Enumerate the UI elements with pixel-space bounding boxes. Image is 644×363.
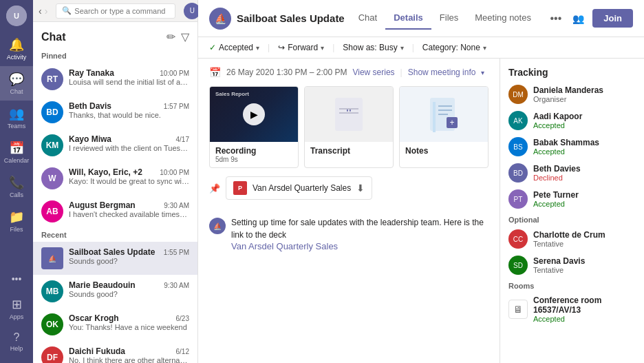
chat-item-sailboat-preview: Sounds good? — [69, 257, 189, 265]
accepted-chevron: ▾ — [256, 44, 259, 52]
chat-item-kayo-name: Kayo Miwa — [69, 134, 111, 144]
person-name-aadi: Aadi Kapoor — [533, 112, 636, 121]
avatar-oscar: OK — [41, 313, 63, 335]
sidebar-label-activity: Activity — [7, 54, 27, 61]
person-info-charlotte: Charlotte de Crum Tentative — [533, 230, 636, 248]
people-icon[interactable]: 👥 — [570, 10, 587, 27]
sidebar-item-more[interactable]: ••• — [0, 268, 33, 291]
more-options-button[interactable]: ••• — [547, 10, 564, 28]
tab-meeting-notes[interactable]: Meeting notes — [466, 7, 539, 30]
svg-text:+: + — [449, 118, 454, 127]
avatar-marie: MB — [41, 280, 63, 302]
show-as-item[interactable]: Show as: Busy ▾ — [343, 43, 403, 52]
person-status-serena: Tentative — [533, 266, 636, 274]
chat-item-marie-content: Marie Beaudouin 9:30 AM Sounds good? — [69, 280, 189, 298]
chat-item-oscar[interactable]: OK Oscar Krogh 6/23 You: Thanks! Have a … — [33, 308, 197, 341]
forward-item[interactable]: ↪ Forward ▾ — [278, 43, 324, 52]
sidebar-item-calls[interactable]: 📞 Calls — [0, 169, 33, 204]
sidebar-item-chat[interactable]: 💬 Chat — [0, 66, 33, 101]
user-avatar-sidebar[interactable]: U — [6, 6, 27, 26]
meeting-date-row: 📅 26 May 2020 1:30 PM – 2:00 PM View ser… — [209, 67, 489, 78]
download-icon[interactable]: ⬇ — [356, 183, 365, 194]
person-status-daniela: Organiser — [533, 95, 636, 103]
category-item[interactable]: Category: None ▾ — [422, 43, 486, 52]
activity-icon: 🔔 — [9, 37, 24, 52]
view-series-link[interactable]: View series — [352, 68, 394, 77]
chat-item-sailboat[interactable]: ⛵ Sailboat Sales Update 1:55 PM Sounds g… — [33, 242, 197, 275]
compose-icon[interactable]: ✏ — [167, 30, 175, 43]
sidebar-item-help[interactable]: ? Help — [0, 326, 33, 357]
chat-item-marie[interactable]: MB Marie Beaudouin 9:30 AM Sounds good? — [33, 275, 197, 308]
sidebar-label-apps: Apps — [10, 313, 24, 320]
avatar-bethdavies: BD — [508, 163, 528, 183]
chat-item-beth-preview: Thanks, that would be nice. — [69, 111, 189, 119]
notes-title: Notes — [405, 146, 482, 156]
join-button[interactable]: Join — [592, 9, 633, 28]
chat-item-will[interactable]: W Will, Kayo, Eric, +2 10:00 PM Kayo: It… — [33, 162, 197, 195]
avatar-daichi: DF — [41, 346, 63, 363]
attachment-name: Van Arsdel Quarterly Sales — [253, 183, 351, 193]
notes-card[interactable]: + Notes — [399, 86, 489, 168]
person-status-pete: Accepted — [533, 200, 636, 208]
attachment-row[interactable]: P Van Arsdel Quarterly Sales ⬇ — [226, 176, 372, 200]
sidebar-item-files[interactable]: 📁 Files — [0, 204, 33, 238]
transcript-card[interactable]: " Transcript — [304, 86, 394, 168]
tracking-person-pete: PT Pete Turner Accepted — [508, 189, 636, 209]
person-info-serena: Serena Davis Tentative — [533, 256, 636, 274]
person-name-bethdavies: Beth Davies — [533, 164, 636, 174]
chat-item-sailboat-content: Sailboat Sales Update 1:55 PM Sounds goo… — [69, 247, 189, 265]
play-button[interactable]: ▶ — [243, 103, 265, 125]
chat-item-beth[interactable]: BD Beth Davis 1:57 PM Thanks, that would… — [33, 96, 197, 129]
category-label: Category: None — [422, 43, 480, 52]
sidebar-item-apps[interactable]: ⊞ Apps — [0, 291, 33, 326]
person-name-serena: Serena Davis — [533, 256, 636, 266]
accepted-item[interactable]: ✓ Accepted ▾ — [209, 43, 259, 52]
calendar-small-icon: 📅 — [209, 67, 221, 78]
forward-button[interactable]: › — [45, 6, 48, 17]
person-info-daniela: Daniela Manderas Organiser — [533, 85, 636, 103]
chat-item-daichi-name: Daichi Fukuda — [69, 346, 125, 356]
transcript-title: Transcript — [310, 146, 387, 156]
sidebar-item-calendar[interactable]: 📅 Calendar — [0, 135, 33, 169]
tab-chat[interactable]: Chat — [350, 7, 385, 30]
files-icon: 📁 — [9, 209, 24, 225]
message-area: 📅 26 May 2020 1:30 PM – 2:00 PM View ser… — [198, 59, 500, 363]
sidebar-item-activity[interactable]: 🔔 Activity — [0, 32, 33, 66]
tab-recording-transcript[interactable]: Recording & Transcript — [539, 7, 542, 30]
chat-item-august-name: August Bergman — [69, 200, 136, 210]
chat-item-will-preview: Kayo: It would be great to sync with... — [69, 177, 189, 185]
message-link[interactable]: Van Arsdel Quarterly Sales — [231, 241, 489, 251]
chat-item-ray[interactable]: RT Ray Tanaka 10:00 PM Louisa will send … — [33, 63, 197, 96]
show-meeting-info-link[interactable]: Show meeting info — [408, 68, 476, 77]
chat-item-kayo[interactable]: KM Kayo Miwa 4/17 I reviewed with the cl… — [33, 129, 197, 162]
search-input[interactable] — [74, 7, 169, 15]
person-name-charlotte: Charlotte de Crum — [533, 230, 636, 240]
avatar-august: AB — [41, 200, 63, 222]
calendar-icon: 📅 — [9, 141, 24, 156]
recording-card[interactable]: Sales Report ▶ Recording 5dm 9s — [209, 86, 299, 168]
chat-item-august-time: 9:30 AM — [164, 202, 189, 209]
chat-item-oscar-content: Oscar Krogh 6/23 You: Thanks! Have a nic… — [69, 313, 189, 331]
chat-item-daichi[interactable]: DF Daichi Fukuda 6/12 No, I think there … — [33, 341, 197, 363]
tab-files[interactable]: Files — [431, 7, 466, 30]
chat-item-august[interactable]: AB August Bergman 9:30 AM I haven't chec… — [33, 195, 197, 228]
tab-details[interactable]: Details — [385, 7, 431, 30]
chat-item-daichi-time: 6/12 — [176, 348, 189, 355]
content-area: 📅 26 May 2020 1:30 PM – 2:00 PM View ser… — [198, 59, 644, 363]
filter-icon[interactable]: ▽ — [181, 30, 189, 43]
person-status-aadi: Accepted — [533, 121, 636, 129]
show-as-label: Show as: Busy — [343, 43, 397, 52]
search-bar[interactable]: 🔍 — [56, 3, 175, 19]
back-button[interactable]: ‹ — [39, 6, 42, 17]
sep2: | — [332, 43, 334, 52]
message-row: ⛵ Setting up time for sale updates with … — [209, 216, 489, 251]
message-text: Setting up time for sale updates with th… — [231, 216, 489, 241]
sidebar-item-teams[interactable]: 👥 Teams — [0, 101, 33, 135]
meeting-date: 26 May 2020 1:30 PM – 2:00 PM — [226, 68, 347, 77]
chat-item-beth-name: Beth Davis — [69, 101, 111, 111]
sidebar-label-chat: Chat — [10, 88, 23, 95]
rooms-section-label: Rooms — [508, 282, 636, 290]
chat-panel: ‹ › 🔍 U ─ □ ✕ Chat ✏ ▽ — [33, 0, 198, 363]
person-status-bethdavies: Declined — [533, 174, 636, 182]
tracking-person-babak: BS Babak Shammas Accepted — [508, 137, 636, 156]
